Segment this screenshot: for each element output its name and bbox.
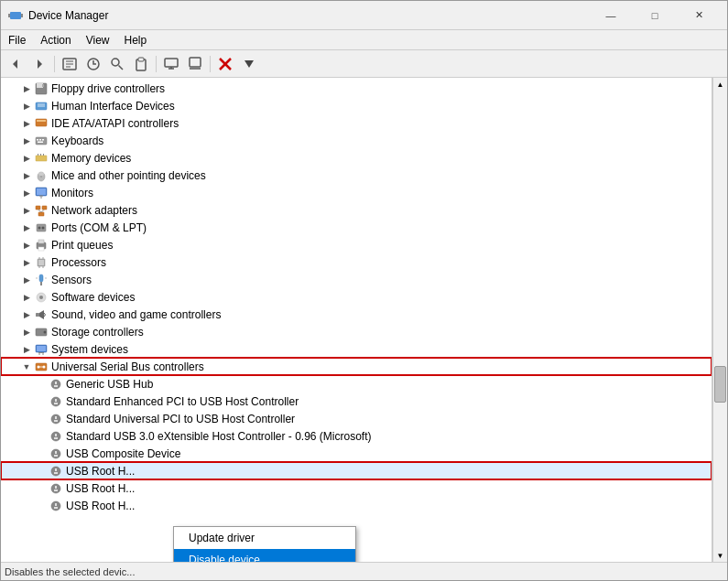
menu-help[interactable]: Help [117, 30, 155, 50]
ports-icon [34, 221, 49, 235]
maximize-button[interactable]: □ [634, 1, 676, 30]
expand-sound[interactable]: ▶ [19, 307, 34, 322]
mice-label: Mice and other pointing devices [51, 169, 206, 182]
toolbar-btn-delete[interactable] [214, 54, 236, 74]
ctx-disable-device[interactable]: Disable device [174, 549, 355, 562]
svg-rect-35 [36, 156, 47, 161]
svg-point-53 [42, 226, 45, 229]
tree-item-network[interactable]: ▶ Network adapters [1, 201, 712, 219]
toolbar-btn-properties[interactable] [59, 54, 81, 74]
tree-item-usb-composite[interactable]: USB Composite Device [1, 445, 712, 462]
tree-item-usb-root-h2[interactable]: USB Root H... [1, 479, 712, 497]
window-title: Device Manager [28, 9, 590, 22]
tree-item-ports[interactable]: ▶ Ports (COM & LPT) [1, 219, 712, 236]
floppy-icon [34, 81, 49, 96]
svg-marker-70 [39, 310, 44, 319]
expand-memory[interactable]: ▶ [19, 151, 34, 166]
toolbar-sep-1 [54, 56, 55, 72]
tree-item-storage[interactable]: ▶ Storage controllers [1, 323, 712, 340]
tree-item-usb[interactable]: ▼ Universal Serial Bus controllers [1, 358, 712, 375]
tree-item-usb-universal[interactable]: Standard Universal PCI to USB Host Contr… [1, 410, 712, 427]
tree-item-processors[interactable]: ▶ Processors [1, 253, 712, 271]
svg-marker-4 [38, 59, 42, 69]
toolbar-btn-clipboard[interactable] [130, 54, 152, 74]
tree-item-keyboards[interactable]: ▶ Keyboards [1, 132, 712, 149]
tree-item-system[interactable]: ▶ System devices [1, 340, 712, 358]
expand-ide[interactable]: ▶ [19, 116, 34, 131]
tree-item-sensors[interactable]: ▶ Sensors [1, 271, 712, 288]
expand-software[interactable]: ▶ [19, 290, 34, 305]
expand-usb[interactable]: ▼ [19, 360, 34, 374]
expand-sensors[interactable]: ▶ [19, 273, 34, 287]
svg-rect-58 [38, 260, 44, 265]
usb-icon [34, 360, 49, 374]
expand-processors[interactable]: ▶ [19, 255, 34, 270]
tree-item-usb-root-h1[interactable]: USB Root H... [1, 462, 712, 479]
ctx-update-driver[interactable]: Update driver [174, 527, 355, 549]
usb-enhanced-label: Standard Enhanced PCI to USB Host Contro… [66, 395, 299, 408]
close-button[interactable]: ✕ [678, 1, 720, 30]
toolbar-btn-update[interactable] [82, 54, 104, 74]
svg-rect-38 [43, 154, 44, 156]
no-expand-root3 [34, 499, 49, 513]
expand-storage[interactable]: ▶ [19, 325, 34, 339]
device-tree[interactable]: ▶ Floppy drive controllers ▶ Human Inter… [1, 78, 712, 562]
tree-item-sound[interactable]: ▶ Sound, video and game controllers [1, 306, 712, 323]
floppy-label: Floppy drive controllers [51, 82, 165, 95]
back-button[interactable] [5, 54, 27, 74]
toolbar-btn-search[interactable] [106, 54, 128, 74]
tree-item-floppy[interactable]: ▶ Floppy drive controllers [1, 80, 712, 97]
expand-monitors[interactable]: ▶ [19, 186, 34, 200]
no-expand-enhanced [34, 394, 49, 409]
toolbar-btn-monitor[interactable] [160, 54, 182, 74]
scrollbar-track[interactable] [713, 91, 727, 549]
svg-rect-63 [39, 274, 43, 282]
toolbar-btn-computer[interactable] [184, 54, 206, 74]
expand-system[interactable]: ▶ [19, 342, 34, 357]
tree-item-monitors[interactable]: ▶ Monitors [1, 184, 712, 201]
scroll-down-btn[interactable]: ▼ [713, 549, 727, 562]
scroll-up-btn[interactable]: ▲ [713, 78, 727, 91]
tree-item-memory[interactable]: ▶ Memory devices [1, 149, 712, 167]
usb-generic-label: Generic USB Hub [66, 378, 153, 391]
toolbar-btn-down[interactable] [238, 54, 260, 74]
svg-rect-56 [38, 247, 44, 251]
system-icon [34, 342, 49, 357]
usb-composite-icon [49, 447, 63, 461]
storage-icon [34, 325, 49, 339]
svg-rect-37 [40, 154, 41, 156]
expand-print[interactable]: ▶ [19, 238, 34, 253]
tree-item-usb-generic[interactable]: Generic USB Hub [1, 375, 712, 393]
tree-item-software[interactable]: ▶ Software devices [1, 288, 712, 306]
scrollbar-thumb[interactable] [714, 366, 726, 403]
scrollbar[interactable]: ▲ ▼ [712, 78, 727, 562]
expand-hid[interactable]: ▶ [19, 99, 34, 113]
expand-floppy[interactable]: ▶ [19, 81, 34, 96]
minimize-button[interactable]: — [590, 1, 632, 30]
expand-mice[interactable]: ▶ [19, 168, 34, 183]
svg-point-10 [112, 59, 119, 66]
svg-point-52 [38, 226, 41, 229]
tree-item-ide[interactable]: ▶ IDE ATA/ATAPI controllers [1, 114, 712, 132]
usb-label: Universal Serial Bus controllers [51, 360, 204, 373]
tree-item-print[interactable]: ▶ Print queues [1, 236, 712, 253]
tree-item-usb-root-h3[interactable]: USB Root H... [1, 497, 712, 514]
expand-keyboards[interactable]: ▶ [19, 134, 34, 148]
forward-button[interactable] [28, 54, 50, 74]
svg-rect-0 [10, 12, 21, 19]
menu-file[interactable]: File [1, 30, 33, 50]
usb-root-h1-icon [49, 464, 63, 479]
expand-ports[interactable]: ▶ [19, 221, 34, 235]
tree-item-usb-enhanced[interactable]: Standard Enhanced PCI to USB Host Contro… [1, 393, 712, 410]
tree-item-usb-30[interactable]: Standard USB 3.0 eXtensible Host Control… [1, 427, 712, 445]
menu-action[interactable]: Action [33, 30, 78, 50]
toolbar-sep-3 [210, 56, 211, 72]
tree-item-mice[interactable]: ▶ Mice and other pointing devices [1, 167, 712, 184]
network-label: Network adapters [51, 204, 137, 217]
tree-item-hid[interactable]: ▶ Human Interface Devices [1, 97, 712, 114]
menu-view[interactable]: View [79, 30, 117, 50]
expand-network[interactable]: ▶ [19, 203, 34, 218]
usb-30-icon [49, 429, 63, 444]
no-expand-30 [34, 429, 49, 444]
svg-line-11 [119, 65, 124, 70]
